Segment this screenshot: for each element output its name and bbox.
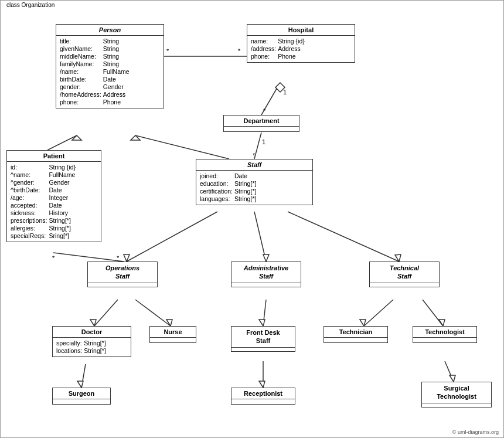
svg-line-37 [445,361,454,382]
class-technician-body [324,338,387,342]
svg-line-10 [47,135,77,150]
class-doctor-body: specialty:String[*] locations:String[*] [53,338,131,356]
class-surgical-technologist-header: SurgicalTechnologist [422,382,491,403]
svg-marker-38 [449,375,455,382]
svg-line-17 [127,212,217,262]
class-patient-body: id:String {id} ^name:FullName ^gender:Ge… [7,162,101,242]
diagram-title: class Organization [4,2,57,8]
svg-marker-20 [263,254,269,262]
svg-marker-11 [72,135,81,140]
class-department-header: Department [224,116,299,127]
class-patient: Patient id:String {id} ^name:FullName ^g… [6,150,101,242]
svg-marker-36 [259,381,265,388]
class-person: Person title:String givenName:String mid… [56,24,164,108]
class-surgeon-header: Surgeon [53,388,110,399]
svg-line-27 [263,300,266,326]
svg-marker-4 [275,83,285,92]
svg-text:*: * [52,254,55,262]
svg-text:1: 1 [283,89,287,96]
class-patient-header: Patient [7,151,101,162]
svg-marker-13 [131,135,140,140]
class-receptionist-header: Receptionist [231,388,295,399]
svg-line-7 [254,133,261,159]
class-technical-staff-body [370,283,439,287]
class-receptionist-body [231,399,295,404]
class-staff-header: Staff [196,159,312,171]
class-operations-staff-header: OperationsStaff [88,262,157,283]
class-doctor-header: Doctor [53,327,131,338]
svg-text:*: * [253,152,256,159]
class-admin-staff: AdministrativeStaff [231,262,301,287]
class-staff: Staff joined:Date education:String[*] ce… [196,159,313,205]
class-admin-staff-body [231,283,301,287]
svg-marker-18 [124,254,130,262]
svg-line-29 [364,300,393,326]
svg-text:1: 1 [262,138,265,145]
svg-marker-32 [439,320,445,326]
class-operations-staff: OperationsStaff [87,262,158,287]
class-department: Department [223,115,299,132]
svg-text:*: * [238,47,241,55]
class-front-desk-header: Front DeskStaff [231,327,295,348]
class-person-header: Person [56,25,164,36]
svg-line-19 [254,212,266,262]
class-surgical-technologist: SurgicalTechnologist [421,382,492,408]
svg-line-21 [288,212,399,262]
svg-marker-26 [166,320,172,326]
diagram-container: class Organization * * 1 * 1 * * * [0,0,504,438]
class-operations-staff-body [88,283,157,287]
class-surgeon: Surgeon [52,388,111,405]
class-hospital: Hospital name:String {id} /address:Addre… [247,24,355,63]
class-nurse: Nurse [149,326,196,343]
class-technical-staff: TechnicalStaff [369,262,440,287]
svg-line-23 [94,300,118,326]
svg-marker-22 [395,254,401,262]
svg-text:*: * [117,254,120,262]
class-technical-staff-header: TechnicalStaff [370,262,439,283]
class-department-body [224,127,299,131]
svg-text:*: * [263,107,266,114]
class-staff-body: joined:Date education:String[*] certific… [196,171,312,205]
class-front-desk: Front DeskStaff [231,326,295,352]
class-hospital-header: Hospital [247,25,355,36]
svg-marker-30 [360,320,366,326]
class-technologist-body [413,338,476,342]
class-hospital-body: name:String {id} /address:Address phone:… [247,36,355,62]
class-person-body: title:String givenName:String middleName… [56,36,164,108]
class-technician-header: Technician [324,327,387,338]
class-receptionist: Receptionist [231,388,295,405]
class-surgeon-body [53,399,110,404]
svg-line-12 [135,135,229,159]
svg-line-14 [53,253,124,262]
class-front-desk-body [231,348,295,351]
svg-marker-28 [259,320,265,326]
svg-line-33 [81,364,86,388]
class-technician: Technician [323,326,388,343]
svg-line-3 [261,83,280,115]
svg-marker-24 [90,320,96,326]
svg-line-25 [135,300,171,326]
svg-marker-34 [77,381,83,388]
svg-text:*: * [166,47,169,55]
class-doctor: Doctor specialty:String[*] locations:Str… [52,326,131,357]
svg-line-31 [423,300,443,326]
class-nurse-body [150,338,196,342]
class-admin-staff-header: AdministrativeStaff [231,262,301,283]
class-nurse-header: Nurse [150,327,196,338]
class-surgical-technologist-body [422,403,491,407]
copyright: © uml-diagrams.org [452,429,499,435]
class-technologist-header: Technologist [413,327,476,338]
class-technologist: Technologist [413,326,477,343]
